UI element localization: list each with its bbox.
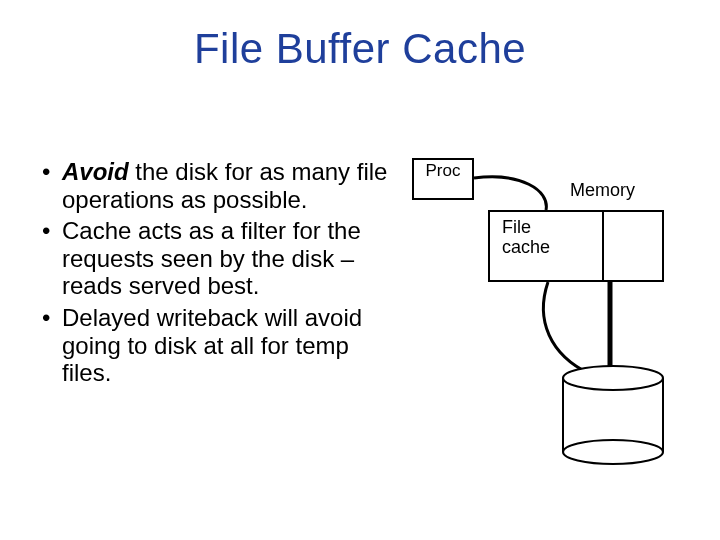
file-cache-label: File cache <box>502 218 562 258</box>
bullet-2: Cache acts as a filter for the requests … <box>40 217 400 300</box>
slide: File Buffer Cache Avoid the disk for as … <box>0 0 720 540</box>
arrow-proc-mem <box>474 177 546 210</box>
memory-label: Memory <box>570 180 635 201</box>
svg-point-1 <box>563 440 663 464</box>
proc-box: Proc <box>412 158 474 200</box>
bullet-1: Avoid the disk for as many file operatio… <box>40 158 400 213</box>
body-text: Avoid the disk for as many file operatio… <box>40 158 400 391</box>
disk-icon <box>563 366 663 464</box>
memory-divider <box>602 212 604 280</box>
slide-title: File Buffer Cache <box>0 25 720 73</box>
arrow-mem-disk-left <box>543 282 590 374</box>
arrows-svg <box>400 150 680 490</box>
bullet-list: Avoid the disk for as many file operatio… <box>40 158 400 387</box>
bullet-3: Delayed writeback will avoid going to di… <box>40 304 400 387</box>
svg-point-0 <box>563 366 663 390</box>
diagram: Proc Memory File cache <box>400 150 680 490</box>
bullet-1-emph: Avoid <box>62 158 129 185</box>
